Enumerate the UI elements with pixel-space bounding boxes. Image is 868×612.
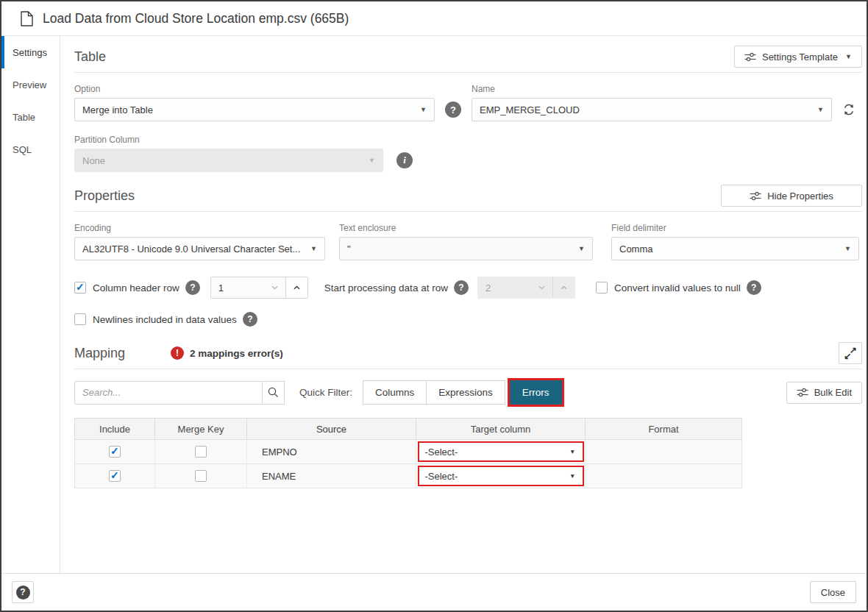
partition-column-dropdown: None <box>74 149 383 172</box>
table-section-heading: Table <box>74 49 106 65</box>
column-header-merge-key[interactable]: Merge Key <box>155 419 247 439</box>
option-dropdown[interactable]: Merge into Table <box>74 98 435 121</box>
column-header-row-spinner[interactable]: 1 <box>210 277 308 299</box>
dialog-footer: Close <box>1 573 867 611</box>
convert-invalid-help-icon[interactable] <box>747 280 761 295</box>
text-enclosure-label: Text enclosure <box>339 223 593 233</box>
field-delimiter-label: Field delimiter <box>611 223 859 233</box>
help-button[interactable] <box>12 581 34 603</box>
document-icon <box>21 11 33 26</box>
column-header-row-label: Column header row <box>93 282 179 293</box>
sliders-icon <box>797 388 808 397</box>
refresh-icon[interactable] <box>842 103 855 116</box>
newlines-help-icon[interactable] <box>243 312 257 327</box>
partition-column-label: Partition Column <box>74 135 862 145</box>
start-processing-label: Start processing data at row <box>324 282 448 293</box>
sidebar-item-sql[interactable]: SQL <box>1 133 60 166</box>
column-header-format[interactable]: Format <box>586 419 741 439</box>
start-processing-help-icon[interactable] <box>454 280 469 295</box>
properties-section-heading: Properties <box>74 188 135 204</box>
convert-invalid-checkbox[interactable] <box>596 282 608 293</box>
source-cell: ENAME <box>247 464 416 488</box>
mapping-section-heading: Mapping <box>74 346 125 361</box>
spinner-up-icon[interactable] <box>285 277 307 298</box>
close-button[interactable]: Close <box>810 581 856 603</box>
column-header-include[interactable]: Include <box>75 419 155 439</box>
chevron-down-icon: ▼ <box>845 53 852 60</box>
load-data-dialog: Load Data from Cloud Store Location emp.… <box>0 0 868 612</box>
mapping-table: Include Merge Key Source Target column F… <box>74 418 742 488</box>
mapping-table-header: Include Merge Key Source Target column F… <box>74 418 742 440</box>
dialog-sidebar: Settings Preview Table SQL <box>1 36 60 573</box>
merge-key-checkbox[interactable] <box>195 446 207 458</box>
name-dropdown[interactable]: EMP_MERGE_CLOUD <box>472 98 832 121</box>
source-cell: EMPNO <box>247 440 416 463</box>
spinner-down-icon <box>532 277 552 298</box>
sliders-icon <box>750 191 761 201</box>
column-header-source[interactable]: Source <box>247 419 416 439</box>
column-header-row-checkbox[interactable] <box>74 282 86 293</box>
settings-panel: Table Settings Template ▼ <box>60 36 867 573</box>
search-icon[interactable] <box>263 381 285 405</box>
column-header-row-help-icon[interactable] <box>185 280 200 295</box>
spinner-down-icon[interactable] <box>265 277 285 298</box>
bulk-edit-button[interactable]: Bulk Edit <box>786 382 862 404</box>
format-cell <box>586 464 741 488</box>
mapping-error-count: 2 mappings error(s) <box>190 348 283 359</box>
newlines-label: Newlines included in data values <box>93 314 237 325</box>
text-enclosure-dropdown[interactable]: " <box>339 237 593 260</box>
sliders-icon <box>744 52 756 62</box>
table-row: ENAME -Select- <box>74 464 742 488</box>
encoding-dropdown[interactable]: AL32UTF8 - Unicode 9.0 Universal Charact… <box>74 237 325 260</box>
option-label: Option <box>74 84 472 94</box>
settings-template-button[interactable]: Settings Template ▼ <box>734 46 862 68</box>
dialog-title: Load Data from Cloud Store Location emp.… <box>43 11 349 26</box>
filter-columns-button[interactable]: Columns <box>363 380 427 405</box>
start-processing-spinner: 2 <box>477 277 575 299</box>
error-icon <box>171 346 184 360</box>
target-column-select[interactable]: -Select- <box>418 466 584 486</box>
merge-key-checkbox[interactable] <box>195 470 207 482</box>
partition-info-icon[interactable] <box>396 152 413 168</box>
convert-invalid-label: Convert invalid values to null <box>614 282 741 293</box>
name-label: Name <box>472 84 862 94</box>
format-cell <box>586 440 741 463</box>
question-mark-icon <box>16 586 30 599</box>
target-column-select[interactable]: -Select- <box>418 441 584 462</box>
newlines-checkbox[interactable] <box>74 313 86 325</box>
filter-errors-button[interactable]: Errors <box>510 380 562 405</box>
quick-filter-label: Quick Filter: <box>299 387 352 398</box>
section-divider <box>74 369 862 369</box>
sidebar-item-table[interactable]: Table <box>1 101 60 133</box>
arrow-down-left-icon <box>844 352 851 360</box>
search-input[interactable] <box>74 381 263 405</box>
dialog-titlebar: Load Data from Cloud Store Location emp.… <box>1 1 867 36</box>
field-delimiter-dropdown[interactable]: Comma <box>611 237 859 260</box>
maximize-button[interactable] <box>839 342 862 364</box>
annotation-highlight-box: Errors <box>508 378 564 407</box>
spinner-up-icon <box>552 277 574 298</box>
option-help-icon[interactable] <box>445 102 461 118</box>
hide-properties-button[interactable]: Hide Properties <box>721 185 862 207</box>
encoding-label: Encoding <box>74 223 325 233</box>
table-row: EMPNO -Select- <box>74 440 742 464</box>
sidebar-item-settings[interactable]: Settings <box>1 36 60 68</box>
include-checkbox[interactable] <box>109 446 121 458</box>
filter-expressions-button[interactable]: Expressions <box>426 380 505 405</box>
sidebar-item-preview[interactable]: Preview <box>1 68 60 101</box>
column-header-target-column[interactable]: Target column <box>416 419 586 439</box>
include-checkbox[interactable] <box>109 470 121 482</box>
